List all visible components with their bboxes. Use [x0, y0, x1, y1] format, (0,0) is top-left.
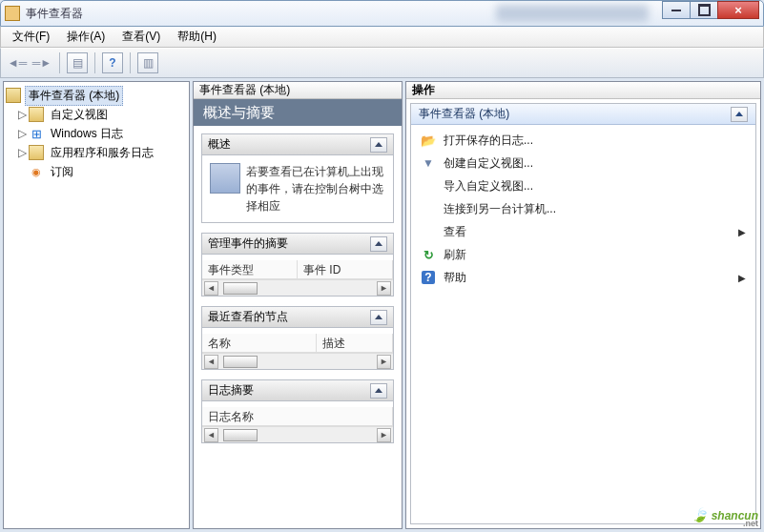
actions-title: 操作	[406, 82, 760, 99]
toolbar-separator	[59, 52, 60, 73]
section-header[interactable]: 最近查看的节点	[202, 307, 393, 328]
column-headers: 日志名称	[202, 407, 393, 426]
action-panel: 事件查看器 (本地) 打开保存的日志... 创建自定义视图... 导入自定义视图…	[410, 103, 756, 524]
scroll-track[interactable]	[219, 281, 376, 296]
collapse-icon[interactable]	[370, 383, 387, 399]
titlebar: 事件查看器 ×	[0, 0, 764, 27]
section-body: 名称 描述 ◄ ►	[202, 328, 393, 369]
section-title: 日志摘要	[208, 382, 254, 399]
tree-label: Windows 日志	[48, 125, 126, 143]
blank-icon	[421, 178, 436, 194]
folder-icon	[29, 145, 44, 160]
scroll-right-button[interactable]: ►	[377, 281, 391, 296]
tree-label: 自定义视图	[48, 106, 111, 124]
tree-root-label: 事件查看器 (本地)	[25, 86, 123, 106]
scroll-left-button[interactable]: ◄	[204, 428, 218, 442]
forward-button[interactable]: ═►	[31, 52, 52, 73]
action-help[interactable]: 帮助 ▶	[413, 266, 754, 289]
horizontal-scrollbar[interactable]: ◄ ►	[202, 353, 393, 369]
action-label: 查看	[444, 224, 466, 240]
action-label: 帮助	[444, 270, 466, 286]
scroll-left-button[interactable]: ◄	[204, 281, 218, 296]
col-description[interactable]: 描述	[317, 334, 393, 352]
tree-label: 订阅	[48, 163, 76, 181]
action-view[interactable]: 查看 ▶	[413, 220, 754, 243]
tree-pane: 事件查看器 (本地) ▷ 自定义视图 ▷ Windows 日志 ▷ 应用程序和服…	[3, 81, 190, 529]
column-headers: 事件类型 事件 ID	[202, 260, 393, 279]
close-button[interactable]: ×	[717, 1, 759, 19]
tree-node-windows-logs[interactable]: ▷ Windows 日志	[6, 124, 187, 143]
expand-icon[interactable]: ▷	[15, 146, 29, 159]
titlebar-blur	[496, 5, 649, 22]
action-import-custom-view[interactable]: 导入自定义视图...	[413, 174, 754, 197]
maximize-button[interactable]	[690, 1, 718, 19]
actions-body: 事件查看器 (本地) 打开保存的日志... 创建自定义视图... 导入自定义视图…	[406, 99, 760, 528]
overview-icon	[210, 163, 240, 194]
menu-file[interactable]: 文件(F)	[7, 27, 55, 47]
log-summary-section: 日志摘要 日志名称 ◄ ►	[201, 379, 394, 443]
scroll-right-button[interactable]: ►	[377, 355, 391, 369]
section-title: 最近查看的节点	[208, 309, 288, 325]
tree: 事件查看器 (本地) ▷ 自定义视图 ▷ Windows 日志 ▷ 应用程序和服…	[4, 82, 189, 185]
menubar: 文件(F) 操作(A) 查看(V) 帮助(H)	[0, 27, 764, 48]
properties-button[interactable]: ▥	[137, 52, 158, 73]
help-button[interactable]: ?	[102, 52, 123, 73]
watermark: shancun .net	[692, 507, 758, 528]
menu-view[interactable]: 查看(V)	[116, 27, 166, 47]
section-header[interactable]: 管理事件的摘要	[202, 234, 393, 255]
tree-node-custom-views[interactable]: ▷ 自定义视图	[6, 105, 187, 124]
horizontal-scrollbar[interactable]: ◄ ►	[202, 279, 393, 296]
overview-section: 概述 若要查看已在计算机上出现的事件，请在控制台树中选择相应	[201, 133, 394, 223]
filter-icon	[421, 155, 436, 171]
menu-action[interactable]: 操作(A)	[61, 27, 111, 47]
action-label: 打开保存的日志...	[444, 133, 533, 149]
tree-root[interactable]: 事件查看器 (本地)	[6, 86, 187, 105]
action-open-saved-log[interactable]: 打开保存的日志...	[413, 129, 754, 152]
action-connect-computer[interactable]: 连接到另一台计算机...	[413, 197, 754, 220]
tree-node-app-service-logs[interactable]: ▷ 应用程序和服务日志	[6, 143, 187, 162]
content-area: 事件查看器 (本地) ▷ 自定义视图 ▷ Windows 日志 ▷ 应用程序和服…	[0, 78, 764, 532]
back-button[interactable]: ◄═	[7, 52, 28, 73]
folder-icon	[29, 107, 44, 122]
expand-icon[interactable]: ▷	[15, 127, 29, 140]
collapse-icon[interactable]	[731, 107, 748, 122]
section-header[interactable]: 概述	[202, 134, 393, 155]
section-header[interactable]: 日志摘要	[202, 380, 393, 401]
tree-node-subscriptions[interactable]: 订阅	[6, 162, 187, 181]
col-name[interactable]: 名称	[202, 334, 317, 352]
tree-label: 应用程序和服务日志	[48, 144, 156, 162]
col-event-type[interactable]: 事件类型	[202, 260, 298, 278]
scroll-thumb[interactable]	[223, 429, 258, 441]
scroll-thumb[interactable]	[223, 356, 258, 368]
window-controls: ×	[663, 1, 759, 19]
action-refresh[interactable]: 刷新	[413, 243, 754, 266]
scroll-track[interactable]	[219, 355, 376, 369]
action-create-custom-view[interactable]: 创建自定义视图...	[413, 152, 754, 174]
blank-icon	[421, 224, 436, 239]
minimize-button[interactable]	[662, 1, 691, 19]
action-label: 连接到另一台计算机...	[444, 201, 556, 217]
toolbar: ◄═ ═► ▤ ? ▥	[0, 48, 764, 78]
scroll-left-button[interactable]: ◄	[204, 355, 218, 369]
detail-body: 概述 若要查看已在计算机上出现的事件，请在控制台树中选择相应 管理事件的摘要 事…	[194, 126, 402, 528]
scroll-track[interactable]	[219, 428, 376, 442]
menu-help[interactable]: 帮助(H)	[172, 27, 222, 47]
scroll-right-button[interactable]: ►	[377, 428, 391, 442]
admin-events-section: 管理事件的摘要 事件类型 事件 ID ◄ ►	[201, 233, 394, 297]
action-label: 创建自定义视图...	[444, 155, 533, 172]
horizontal-scrollbar[interactable]: ◄ ►	[202, 426, 393, 442]
show-hide-tree-button[interactable]: ▤	[67, 52, 88, 73]
chevron-right-icon: ▶	[738, 227, 746, 237]
collapse-icon[interactable]	[370, 236, 387, 252]
collapse-icon[interactable]	[370, 310, 387, 325]
column-headers: 名称 描述	[202, 334, 393, 353]
help-icon	[421, 270, 436, 285]
collapse-icon[interactable]	[370, 137, 387, 153]
action-panel-header[interactable]: 事件查看器 (本地)	[411, 104, 755, 125]
col-event-id[interactable]: 事件 ID	[298, 260, 393, 278]
section-title: 管理事件的摘要	[208, 235, 288, 252]
scroll-thumb[interactable]	[223, 282, 258, 295]
col-log-name[interactable]: 日志名称	[202, 407, 393, 425]
windows-icon	[29, 126, 44, 141]
expand-icon[interactable]: ▷	[15, 108, 29, 121]
